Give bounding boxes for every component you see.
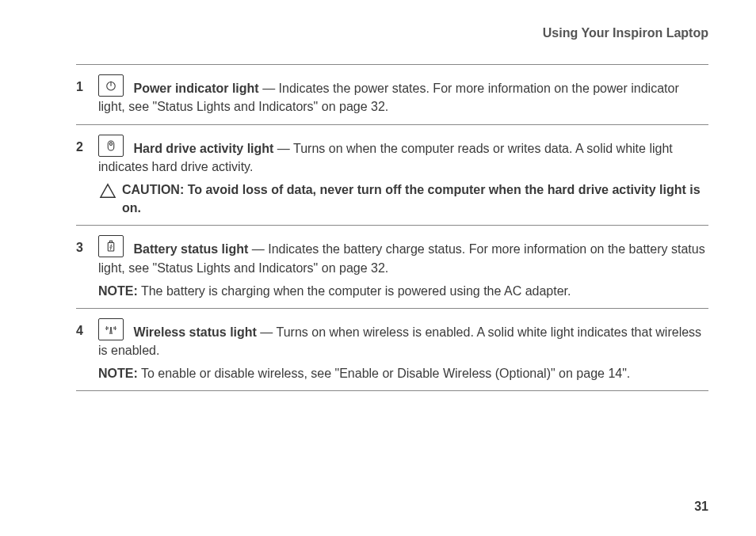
note-block: NOTE: The battery is charging when the c…: [98, 282, 708, 300]
page-header: Using Your Inspiron Laptop: [76, 24, 708, 42]
document-page: Using Your Inspiron Laptop 1 Power indic…: [0, 0, 756, 536]
item-number: 4: [76, 318, 98, 340]
term: Hard drive activity light: [133, 142, 273, 155]
battery-icon: [98, 235, 124, 257]
item-row: 4 Wireless status light — Turns on when …: [76, 318, 708, 383]
note-block: NOTE: To enable or disable wireless, see…: [98, 364, 708, 382]
svg-rect-5: [110, 241, 113, 243]
item-4: 4 Wireless status light — Turns on when …: [76, 309, 708, 391]
item-row: 3 Battery status light — Indicates the b…: [76, 235, 708, 300]
term: Battery status light: [133, 242, 248, 256]
note-label: NOTE:: [98, 367, 138, 380]
item-1: 1 Power indicator light — Indicates the …: [76, 65, 708, 124]
hard-drive-icon: [98, 135, 124, 157]
item-3: 3 Battery status light — Indicates the b…: [76, 226, 708, 308]
wireless-icon: [98, 318, 124, 340]
item-row: 1 Power indicator light — Indicates the …: [76, 74, 708, 116]
item-content: Wireless status light — Turns on when wi…: [98, 318, 708, 383]
item-number: 3: [76, 235, 98, 257]
item-number: 2: [76, 135, 98, 156]
item-content: Power indicator light — Indicates the po…: [98, 74, 708, 116]
item-row: 2 Hard drive activity light — Turns on w…: [76, 135, 708, 218]
term: Wireless status light: [133, 325, 256, 339]
caution-icon: [98, 181, 117, 199]
note-label: NOTE:: [98, 284, 138, 298]
power-icon: [98, 74, 124, 97]
svg-point-3: [109, 143, 112, 145]
item-2: 2 Hard drive activity light — Turns on w…: [76, 125, 708, 226]
item-content: Hard drive activity light — Turns on whe…: [98, 135, 708, 218]
caution-block: CAUTION: To avoid loss of data, never tu…: [98, 181, 708, 217]
item-number: 1: [76, 74, 98, 96]
term: Power indicator light: [133, 82, 258, 95]
divider: [76, 390, 708, 391]
page-number: 31: [694, 497, 708, 515]
svg-rect-4: [108, 243, 114, 252]
item-content: Battery status light — Indicates the bat…: [98, 235, 708, 300]
note-text: The battery is charging when the compute…: [138, 284, 571, 298]
caution-text: CAUTION: To avoid loss of data, never tu…: [122, 181, 708, 217]
note-text: To enable or disable wireless, see "Enab…: [138, 367, 631, 380]
